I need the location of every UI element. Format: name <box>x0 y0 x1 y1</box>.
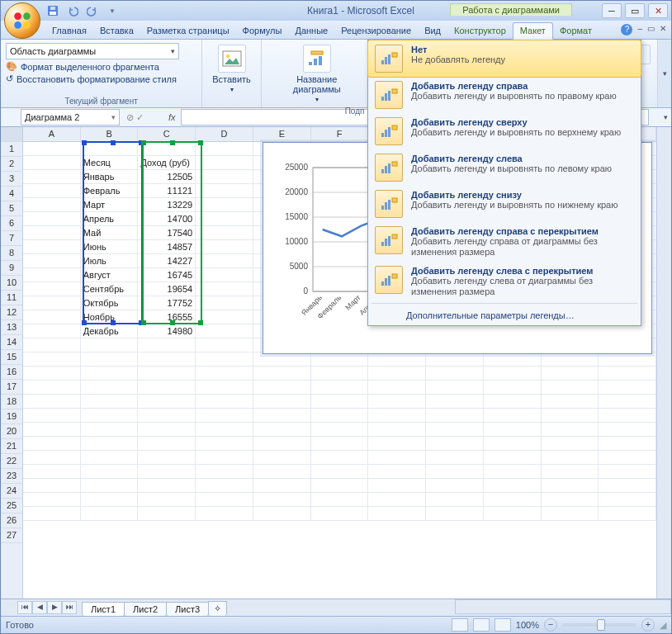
cell[interactable] <box>253 367 311 381</box>
cell[interactable] <box>196 184 253 198</box>
cell[interactable]: 14227 <box>138 254 196 268</box>
cell[interactable] <box>484 381 542 395</box>
cell[interactable]: 16745 <box>138 268 196 282</box>
cell[interactable] <box>23 507 81 521</box>
row-header[interactable]: 5 <box>1 201 22 216</box>
row-header[interactable]: 13 <box>1 320 22 335</box>
cell[interactable] <box>23 437 81 451</box>
cell[interactable] <box>484 367 542 381</box>
cell[interactable] <box>253 479 311 493</box>
cell[interactable] <box>23 254 81 268</box>
cell[interactable] <box>426 465 484 479</box>
zoom-value[interactable]: 100% <box>516 620 539 630</box>
cell[interactable]: Март <box>81 198 139 212</box>
row-header[interactable]: 9 <box>1 261 22 276</box>
row-header[interactable]: 3 <box>1 172 22 187</box>
cell[interactable] <box>196 156 253 170</box>
cell[interactable] <box>426 479 484 493</box>
legend-option[interactable]: Добавить легенду снизуДобавить легенду и… <box>368 186 641 222</box>
cell[interactable] <box>138 338 196 352</box>
cell[interactable] <box>196 254 253 268</box>
cell[interactable] <box>23 423 81 437</box>
cell[interactable] <box>253 409 311 423</box>
row-header[interactable]: 27 <box>1 528 22 543</box>
tab-format[interactable]: Формат <box>553 23 599 39</box>
cell[interactable] <box>599 493 656 507</box>
cell[interactable] <box>426 451 484 465</box>
cell[interactable] <box>196 367 253 381</box>
cell[interactable] <box>138 409 196 423</box>
cell[interactable]: 12505 <box>138 170 196 184</box>
help-icon[interactable]: ? <box>621 24 632 35</box>
cell[interactable] <box>542 367 599 381</box>
cell[interactable] <box>253 395 311 409</box>
undo-icon[interactable] <box>65 3 80 18</box>
cell[interactable]: Январь <box>81 170 139 184</box>
cell[interactable] <box>81 451 139 465</box>
cell[interactable] <box>599 423 656 437</box>
cell[interactable] <box>23 479 81 493</box>
redo-icon[interactable] <box>85 3 100 18</box>
qat-dropdown-icon[interactable]: ▼ <box>105 3 120 18</box>
ribbon-expand-icon[interactable]: ▾ <box>657 40 671 107</box>
cell[interactable] <box>311 479 369 493</box>
cell[interactable] <box>484 395 542 409</box>
chart-title-button[interactable]: Название диаграммы▾ <box>267 43 367 105</box>
minimize-button[interactable]: ─ <box>602 3 622 18</box>
sheet-nav-prev[interactable]: ◀ <box>32 601 47 614</box>
cell[interactable] <box>23 451 81 465</box>
column-header[interactable]: E <box>253 127 311 141</box>
cell[interactable] <box>426 395 484 409</box>
sheet-tab-1[interactable]: Лист1 <box>82 602 125 616</box>
cell[interactable] <box>196 451 253 465</box>
cell[interactable]: Октябрь <box>81 296 139 310</box>
cell[interactable] <box>368 409 426 423</box>
cell[interactable]: 11121 <box>138 184 196 198</box>
cell[interactable] <box>23 170 81 184</box>
column-header[interactable]: D <box>196 127 253 141</box>
cell[interactable] <box>542 507 599 521</box>
cell[interactable] <box>426 367 484 381</box>
cell[interactable] <box>311 423 369 437</box>
fx-buttons[interactable]: ⊘ ✓ <box>126 112 144 123</box>
cell[interactable] <box>253 352 311 367</box>
cell[interactable] <box>368 367 426 381</box>
cell[interactable] <box>368 423 426 437</box>
cell[interactable]: Месяц <box>81 156 139 170</box>
column-header[interactable]: F <box>311 127 369 141</box>
vertical-scrollbar[interactable] <box>656 127 671 599</box>
cell[interactable] <box>542 493 599 507</box>
legend-option[interactable]: Добавить легенду справаДобавить легенду … <box>368 77 641 113</box>
row-header[interactable]: 23 <box>1 469 22 484</box>
cell[interactable] <box>23 296 81 310</box>
cell[interactable] <box>138 465 196 479</box>
sheet-tab-2[interactable]: Лист2 <box>124 602 167 616</box>
cell[interactable] <box>81 381 139 395</box>
cell[interactable] <box>23 142 81 156</box>
cell[interactable] <box>23 156 81 170</box>
restore-workbook-icon[interactable]: ▭ <box>647 24 655 35</box>
legend-option[interactable]: НетНе добавлять легенду <box>367 40 641 78</box>
cell[interactable] <box>484 493 542 507</box>
row-header[interactable]: 17 <box>1 380 22 395</box>
cell[interactable] <box>542 479 599 493</box>
tab-data[interactable]: Данные <box>288 23 334 39</box>
format-selection-button[interactable]: 🎨Формат выделенного фрагмента <box>6 61 196 72</box>
cell[interactable] <box>23 240 81 254</box>
cell[interactable] <box>368 352 426 367</box>
horizontal-scrollbar[interactable] <box>455 599 671 614</box>
cell[interactable]: Февраль <box>81 184 139 198</box>
cell[interactable] <box>196 226 253 240</box>
cell[interactable] <box>599 367 656 381</box>
cell[interactable] <box>196 310 253 324</box>
cell[interactable] <box>138 381 196 395</box>
cell[interactable] <box>81 465 139 479</box>
cell[interactable] <box>253 465 311 479</box>
cell[interactable] <box>23 268 81 282</box>
row-header[interactable]: 20 <box>1 424 22 439</box>
column-header[interactable]: C <box>138 127 196 141</box>
view-pagelayout-button[interactable] <box>473 618 490 632</box>
cell[interactable] <box>426 437 484 451</box>
cell[interactable]: 16555 <box>138 310 196 324</box>
row-header[interactable]: 11 <box>1 291 22 305</box>
